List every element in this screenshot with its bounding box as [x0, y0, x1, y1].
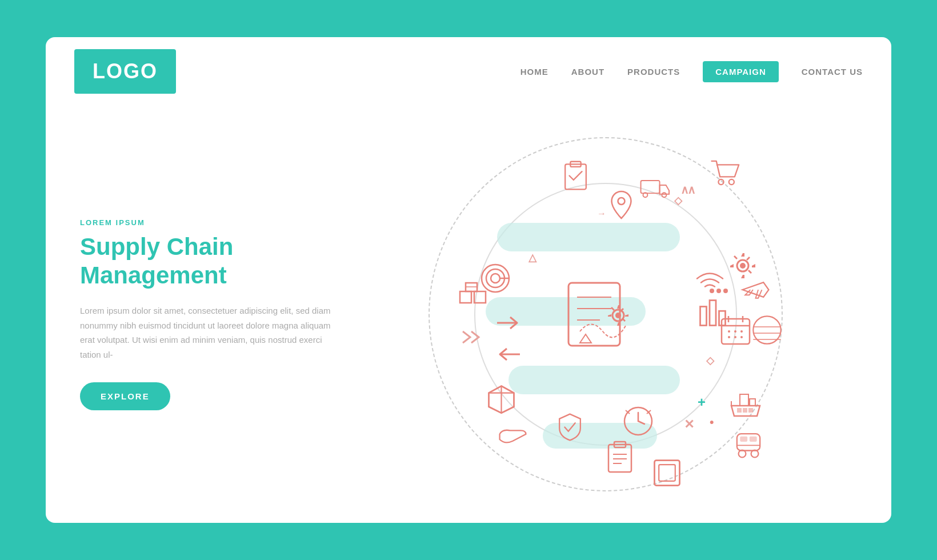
- hero-description: Lorem ipsum dolor sit amet, consectetuer…: [80, 303, 331, 362]
- svg-point-40: [734, 336, 736, 338]
- truck-icon: [640, 171, 671, 203]
- frame-icon: [651, 457, 683, 489]
- double-arrows-icon: [460, 326, 488, 349]
- svg-point-39: [728, 336, 730, 338]
- airplane-icon: [740, 274, 771, 306]
- svg-point-37: [734, 330, 736, 333]
- svg-rect-20: [474, 291, 486, 303]
- hero-illustration: △ ◇ ◇ → ∧∧ ✕ + ●: [354, 114, 857, 514]
- grid-icon: [751, 314, 783, 346]
- svg-point-9: [618, 198, 625, 205]
- location-pin-icon: [606, 189, 637, 220]
- arrow-deco: →: [597, 209, 606, 219]
- arrow-left-icon: [494, 346, 523, 363]
- center-icon: [560, 269, 651, 360]
- svg-point-36: [728, 330, 730, 333]
- content-area: LOREM IPSUM Supply Chain Management Lore…: [46, 106, 891, 523]
- cross-deco: ✕: [684, 417, 694, 432]
- svg-rect-68: [710, 301, 716, 326]
- svg-marker-4: [580, 334, 591, 343]
- nav-about[interactable]: ABOUT: [571, 67, 604, 77]
- zigzag-deco: ∧∧: [680, 183, 694, 197]
- hero-text: LOREM IPSUM Supply Chain Management Lore…: [80, 218, 354, 411]
- train-icon: [731, 429, 766, 460]
- svg-rect-52: [748, 408, 753, 413]
- checklist-icon: [606, 440, 634, 474]
- svg-rect-65: [655, 461, 680, 486]
- svg-rect-7: [565, 164, 586, 189]
- bar-chart-icon: [697, 297, 728, 329]
- svg-point-12: [662, 193, 667, 197]
- svg-rect-55: [740, 437, 747, 442]
- svg-point-17: [491, 274, 500, 283]
- svg-rect-51: [743, 408, 747, 413]
- dot-cluster: [710, 289, 728, 293]
- svg-point-6: [615, 313, 621, 318]
- cloud-shape-1: [497, 223, 680, 251]
- header: LOGO HOME ABOUT PRODUCTS CAMPAIGN CONTAC…: [46, 37, 891, 106]
- svg-rect-56: [750, 437, 757, 442]
- svg-rect-69: [719, 311, 726, 325]
- circle-deco: ●: [710, 417, 714, 426]
- svg-rect-67: [700, 307, 707, 326]
- svg-rect-48: [740, 394, 748, 406]
- clipboard-icon: [560, 160, 591, 191]
- svg-point-38: [740, 330, 743, 333]
- svg-point-47: [740, 263, 746, 269]
- box-icon: [486, 383, 517, 414]
- warehouse-icon: [457, 280, 488, 311]
- svg-point-14: [729, 179, 734, 185]
- shopping-cart-icon: [708, 157, 740, 189]
- arrow-right-icon: [494, 314, 523, 331]
- delivery-hand-icon: [497, 417, 528, 449]
- hero-label: LOREM IPSUM: [80, 218, 331, 227]
- triangle-deco: △: [528, 251, 536, 264]
- svg-rect-19: [460, 291, 471, 303]
- svg-rect-49: [750, 399, 755, 406]
- shield-icon: [554, 411, 586, 443]
- svg-point-41: [740, 336, 743, 338]
- main-card: LOGO HOME ABOUT PRODUCTS CAMPAIGN CONTAC…: [46, 37, 891, 523]
- nav-contact[interactable]: CONTACT US: [802, 67, 863, 77]
- svg-rect-66: [659, 465, 675, 481]
- svg-line-29: [638, 421, 644, 424]
- ship-icon: [726, 389, 766, 420]
- explore-button[interactable]: EXPLORE: [80, 382, 170, 410]
- nav-products[interactable]: PRODUCTS: [627, 67, 680, 77]
- svg-rect-53: [737, 408, 742, 413]
- navigation: HOME ABOUT PRODUCTS CAMPAIGN CONTACT US: [520, 61, 863, 82]
- svg-rect-10: [641, 181, 660, 193]
- svg-rect-54: [737, 434, 760, 450]
- logo: LOGO: [74, 49, 176, 94]
- nav-home[interactable]: HOME: [520, 67, 548, 77]
- page-title: Supply Chain Management: [80, 233, 331, 290]
- plus-deco: +: [698, 394, 706, 410]
- nav-campaign[interactable]: CAMPAIGN: [703, 61, 779, 82]
- circle-diagram: △ ◇ ◇ → ∧∧ ✕ + ●: [429, 137, 783, 491]
- clock-icon: [623, 406, 654, 437]
- cloud-shape-3: [508, 366, 680, 394]
- svg-point-13: [718, 179, 723, 185]
- diamond-deco-2: ◇: [706, 354, 714, 367]
